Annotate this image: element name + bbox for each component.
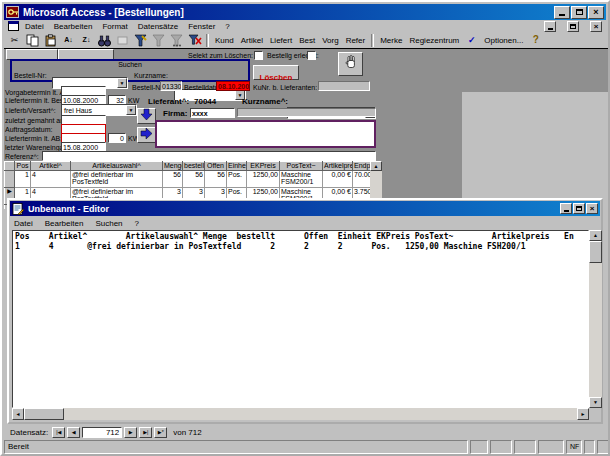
menu-datei[interactable]: Datei — [25, 22, 44, 31]
editor-menu-suchen[interactable]: Suchen — [95, 219, 122, 228]
first-record-button[interactable]: |◀ — [52, 427, 65, 438]
loeschen-button[interactable]: Löschen — [253, 65, 299, 80]
scrollbar-thumb[interactable] — [589, 241, 602, 263]
col-menge[interactable]: Menge — [163, 162, 183, 171]
copy-icon[interactable] — [24, 33, 41, 47]
chevron-down-icon[interactable]: ▼ — [117, 78, 127, 88]
record-number-input[interactable]: 712 — [82, 427, 122, 438]
refer-button[interactable]: Refer — [343, 35, 369, 46]
scroll-up-icon[interactable]: ▲ — [370, 161, 382, 171]
arrow-right-button[interactable] — [137, 127, 156, 143]
child-restore-button[interactable] — [567, 21, 579, 32]
menu-hilfe[interactable]: ? — [225, 22, 229, 31]
scrollbar-thumb[interactable] — [24, 408, 64, 420]
bestellg-erledigt-checkbox[interactable] — [307, 51, 316, 60]
status-panel — [538, 440, 564, 454]
vorg-button[interactable]: Vorg — [319, 35, 341, 46]
scroll-up-icon[interactable]: ▲ — [589, 230, 602, 241]
sort-ascending-icon[interactable]: A↓ — [60, 33, 77, 47]
arrow-down-icon — [140, 107, 153, 125]
datensatz-label: Datensatz: — [10, 428, 48, 437]
menu-format[interactable]: Format — [102, 22, 127, 31]
arrow-down-button[interactable] — [137, 108, 156, 124]
menu-datensaetze[interactable]: Datensätze — [138, 22, 178, 31]
minimize-button[interactable] — [554, 6, 570, 19]
col-artikelauswahl[interactable]: Artikelauswahl^ — [71, 162, 163, 171]
restore-button[interactable] — [571, 6, 587, 19]
col-artikelpreis[interactable]: Artikelpreis — [323, 162, 353, 171]
artikel-button[interactable]: Artikel — [238, 35, 266, 46]
advanced-filter-icon[interactable] — [168, 33, 185, 47]
col-endpreis[interactable]: Endp — [353, 162, 371, 171]
menu-fenster[interactable]: Fenster — [188, 22, 215, 31]
col-pos[interactable]: Pos — [15, 162, 31, 171]
scroll-right-icon[interactable]: ► — [577, 408, 589, 420]
liefert-button[interactable]: Liefert — [267, 35, 295, 46]
paste-icon[interactable] — [42, 33, 59, 47]
status-panel — [514, 440, 536, 454]
scroll-left-icon[interactable]: ◄ — [12, 408, 24, 420]
kunr-lieferanten-field[interactable] — [318, 81, 370, 91]
next-record-button[interactable]: ▶ — [124, 427, 137, 438]
title-bar[interactable]: Microsoft Access - [Bestellungen] × — [4, 4, 606, 20]
editor-menu-datei[interactable]: Datei — [14, 219, 33, 228]
previous-record-button[interactable]: ◀ — [67, 427, 80, 438]
cut-icon[interactable]: ✂ — [6, 33, 23, 47]
child-minimize-button[interactable] — [544, 21, 556, 32]
firma-short-field[interactable]: xxxx — [190, 108, 235, 118]
hand-button[interactable] — [338, 52, 363, 76]
col-einheit[interactable]: Einhe — [227, 162, 247, 171]
editor-horizontal-scrollbar[interactable]: ◄ ► — [12, 408, 589, 420]
editor-text-area[interactable]: Pos Artikel^ Artikelauswahl^ Menge beste… — [12, 230, 589, 408]
best-button[interactable]: Best — [296, 35, 318, 46]
last-record-button[interactable]: ▶| — [139, 427, 152, 438]
col-offen[interactable]: Offen — [205, 162, 227, 171]
find-icon[interactable] — [96, 33, 113, 47]
lieferant-label: Lieferant^: — [148, 97, 189, 106]
col-ekpreis[interactable]: EKPreis — [247, 162, 280, 171]
sort-descending-icon[interactable]: Z↓ — [78, 33, 95, 47]
toolbar: ✂ A↓ Z↓ Kund Artikel Liefert Best Vorg R… — [4, 32, 606, 48]
help-icon[interactable]: ? — [527, 33, 544, 47]
filter-by-selection-icon[interactable] — [150, 33, 167, 47]
row-selector[interactable] — [5, 171, 15, 188]
filter-by-form-icon[interactable] — [132, 33, 149, 47]
kurzname-label: Kurzname^: — [242, 97, 288, 106]
selekt-zum-loeschen-checkbox[interactable] — [254, 51, 263, 60]
editor-maximize-button[interactable] — [573, 203, 585, 214]
col-artikel[interactable]: Artikel^ — [31, 162, 71, 171]
kunr-lieferanten-label: KuNr. b. Lieferanten: — [253, 83, 317, 92]
gemahnt-label: zuletzt gemahnt am: — [5, 116, 68, 125]
firma-extra-field[interactable] — [237, 108, 376, 117]
col-postext[interactable]: PosText~ — [280, 162, 323, 171]
format-painter-icon[interactable] — [114, 33, 131, 47]
remove-filter-icon[interactable] — [186, 33, 203, 47]
editor-close-button[interactable]: × — [586, 203, 598, 214]
editor-title-bar[interactable]: Unbenannt - Editor × — [10, 201, 600, 216]
firma-address-box[interactable] — [155, 120, 376, 148]
referenz-field[interactable] — [42, 151, 376, 161]
record-count-label: von 712 — [173, 428, 201, 437]
firma-label: Firma: — [163, 109, 187, 118]
kund-button[interactable]: Kund — [212, 35, 237, 46]
toolbar-separator — [206, 34, 209, 47]
child-close-button[interactable]: × — [590, 21, 602, 32]
regiezentrum-button[interactable]: Regiezentrum — [406, 35, 462, 46]
editor-vertical-scrollbar[interactable]: ▲ ▼ — [589, 230, 602, 408]
scroll-down-icon[interactable]: ▼ — [589, 397, 602, 408]
menu-bearbeiten[interactable]: Bearbeiten — [54, 22, 93, 31]
kw2-field[interactable]: 0 — [108, 133, 126, 143]
close-button[interactable]: × — [588, 6, 604, 19]
editor-menu-hilfe[interactable]: ? — [135, 219, 139, 228]
optionen-button[interactable]: Optionen... — [481, 35, 526, 46]
editor-menu-bearbeiten[interactable]: Bearbeiten — [45, 219, 84, 228]
merke-button[interactable]: Merke — [377, 35, 405, 46]
spellcheck-icon[interactable]: ✓ — [463, 33, 480, 47]
window-title: Microsoft Access - [Bestellungen] — [23, 7, 553, 18]
bestellnr-value: 01330 — [160, 81, 182, 91]
editor-minimize-button[interactable] — [560, 203, 572, 214]
new-record-button[interactable]: ▶* — [154, 427, 167, 438]
chevron-down-icon[interactable]: ▼ — [126, 105, 136, 115]
col-bestellt[interactable]: bestellt — [183, 162, 205, 171]
form-window-icon[interactable] — [8, 21, 19, 31]
